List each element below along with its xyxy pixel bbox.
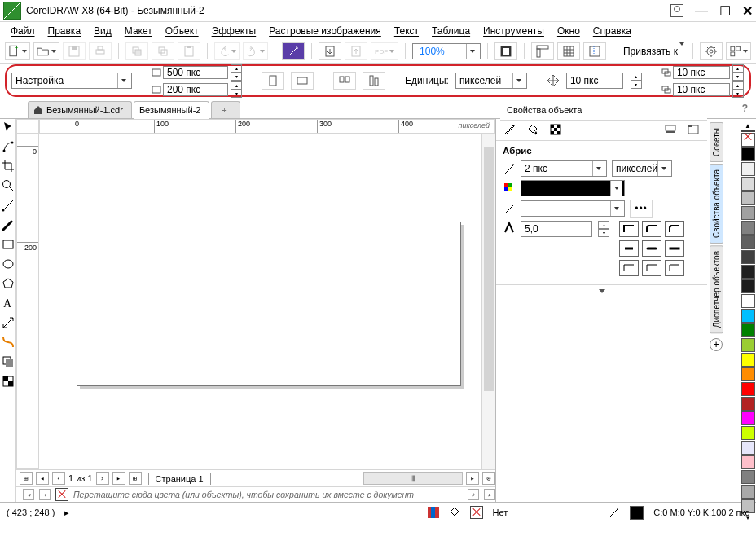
nudge-spinner[interactable]: ▴▾	[631, 73, 642, 89]
vertical-ruler[interactable]: 0 200	[16, 134, 39, 469]
new-button[interactable]: +	[5, 42, 30, 60]
zoom-combo[interactable]: 100%	[412, 43, 481, 59]
fill-swatch-icon[interactable]	[428, 507, 439, 518]
outline-unit-combo[interactable]: пикселей	[612, 160, 672, 177]
color-swatch[interactable]	[741, 411, 755, 425]
show-rulers-button[interactable]	[531, 42, 554, 60]
menu-layout[interactable]: Макет	[119, 24, 158, 38]
color-swatch[interactable]	[741, 279, 755, 293]
color-swatch[interactable]	[741, 353, 755, 367]
dup-y-spinner[interactable]: ▴▾	[732, 81, 744, 98]
zoom-tool[interactable]	[2, 179, 15, 192]
landscape-button[interactable]	[291, 72, 314, 90]
no-color-swatch[interactable]	[55, 488, 68, 501]
page-height-spinner[interactable]: ▴▾	[231, 81, 242, 98]
redo-button[interactable]	[243, 42, 268, 60]
print-button[interactable]	[89, 42, 112, 60]
maximize-button[interactable]: ☐	[719, 3, 731, 19]
color-swatch[interactable]	[741, 323, 755, 337]
menu-bitmaps[interactable]: Растровые изображения	[263, 24, 387, 38]
page-height-field[interactable]: 200 пкс	[163, 83, 228, 96]
prev-page-button[interactable]: ‹	[52, 472, 65, 485]
import-button[interactable]	[319, 42, 341, 60]
menu-table[interactable]: Таблица	[426, 24, 476, 38]
cap-flat[interactable]	[619, 240, 639, 257]
save-button[interactable]	[63, 42, 86, 60]
cut-button[interactable]	[125, 42, 148, 60]
color-swatch[interactable]	[741, 221, 755, 235]
last-page-button[interactable]: ▸	[112, 472, 125, 485]
palette-last[interactable]: ▸	[484, 489, 495, 500]
menu-help[interactable]: Справка	[587, 24, 637, 38]
rectangle-tool[interactable]	[2, 238, 15, 251]
first-page-button[interactable]: ◂	[36, 472, 49, 485]
navigator-button[interactable]: ⊙	[482, 472, 495, 485]
pos-center[interactable]	[642, 260, 662, 276]
outline-color-picker[interactable]	[521, 180, 625, 196]
corner-miter[interactable]	[619, 221, 639, 237]
all-pages-button[interactable]	[333, 72, 356, 90]
palette-prev[interactable]: ‹	[39, 489, 51, 500]
snap-to-menu[interactable]: Привязать к	[620, 46, 686, 57]
transparency-tab[interactable]	[547, 121, 565, 138]
tab-doc-1[interactable]: Безымянный-1.cdr	[28, 101, 132, 118]
next-page-button[interactable]: ›	[96, 472, 109, 485]
parallel-dim-tool[interactable]	[2, 316, 15, 329]
freehand-tool[interactable]	[2, 199, 15, 212]
color-swatch[interactable]	[741, 382, 755, 396]
color-swatch[interactable]	[741, 426, 755, 440]
launcher-button[interactable]	[726, 42, 751, 60]
crop-tool[interactable]	[2, 160, 15, 173]
dup-x-spinner[interactable]: ▴▾	[732, 64, 744, 81]
page-width-field[interactable]: 500 пкс	[163, 66, 228, 79]
pos-inside[interactable]	[665, 260, 684, 276]
color-swatch[interactable]	[741, 250, 755, 264]
color-swatch[interactable]	[741, 309, 755, 323]
nudge-field[interactable]: 10 пкс	[566, 73, 623, 89]
dup-y-field[interactable]: 10 пкс	[673, 83, 730, 96]
fill-tab[interactable]	[524, 121, 542, 138]
outline-tab[interactable]	[501, 121, 519, 138]
scroll-right[interactable]: ▸	[466, 472, 479, 485]
paste-button[interactable]	[178, 42, 200, 60]
shape-tool[interactable]	[2, 140, 15, 153]
cap-round[interactable]	[642, 240, 662, 257]
search-content-button[interactable]	[282, 42, 305, 60]
menu-effects[interactable]: Эффекты	[206, 24, 262, 38]
text-tool[interactable]: A	[2, 297, 15, 310]
units-combo[interactable]: пикселей	[455, 73, 527, 89]
add-docker-button[interactable]: +	[710, 338, 723, 351]
minimize-button[interactable]: —	[695, 3, 708, 18]
tab-mode-button[interactable]	[684, 121, 702, 138]
menu-text[interactable]: Текст	[389, 24, 424, 38]
horizontal-ruler[interactable]: 0 100 200 300 400 пикселей	[39, 119, 495, 134]
drop-shadow-tool[interactable]	[2, 355, 15, 368]
copy-button[interactable]	[152, 42, 174, 60]
menu-object[interactable]: Объект	[160, 24, 204, 38]
current-page-button[interactable]	[363, 72, 385, 90]
export-button[interactable]	[345, 42, 367, 60]
menu-tools[interactable]: Инструменты	[477, 24, 550, 38]
show-grid-button[interactable]	[557, 42, 580, 60]
scroll-mode-button[interactable]	[662, 121, 679, 138]
menu-window[interactable]: Окно	[552, 24, 586, 38]
outline-settings-button[interactable]: •••	[630, 200, 653, 218]
page-tab[interactable]: Страница 1	[148, 473, 211, 485]
publish-pdf-button[interactable]: PDF	[371, 42, 398, 60]
color-swatch[interactable]	[741, 162, 755, 176]
color-swatch[interactable]	[741, 265, 755, 279]
vtab-hints[interactable]: Советы	[710, 122, 723, 162]
user-icon[interactable]	[670, 4, 683, 17]
help-icon[interactable]: ?	[742, 103, 748, 114]
add-page-button[interactable]: ⊞	[20, 472, 33, 485]
corner-bevel[interactable]	[665, 221, 684, 237]
miter-spinner[interactable]: ▴▾	[598, 221, 609, 237]
color-swatch[interactable]	[741, 397, 755, 411]
transparency-tool[interactable]	[2, 375, 15, 388]
menu-view[interactable]: Вид	[88, 24, 117, 38]
undo-button[interactable]	[214, 42, 240, 60]
status-next-icon[interactable]: ▸	[64, 508, 69, 518]
color-swatch[interactable]	[741, 147, 755, 161]
swatch-none[interactable]	[741, 130, 755, 132]
portrait-button[interactable]	[262, 72, 284, 90]
